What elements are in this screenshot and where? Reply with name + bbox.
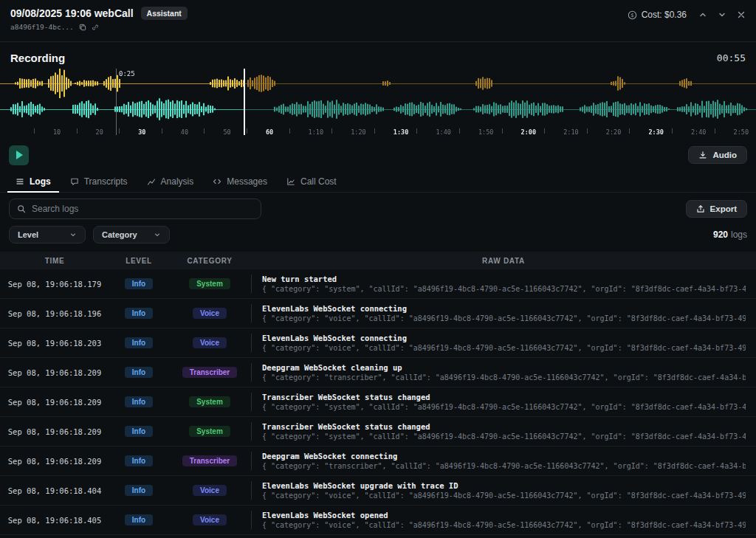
level-badge: Info [125,308,153,319]
log-json: { "category": "voice", "callId": "a8496f… [262,521,746,529]
category-badge: System [189,278,230,289]
log-row[interactable]: Sep 08, 19:06:18.405InfoVoiceElevenLabs … [0,506,756,535]
tab-analysis[interactable]: Analysis [139,172,202,193]
log-json: { "category": "transcriber", "callId": "… [262,462,746,470]
log-level: Info [109,308,168,319]
category-badge: Voice [193,337,227,348]
tick-label: 2:20 [606,128,621,136]
play-button[interactable] [9,145,29,165]
tick-label: 20 [96,128,103,136]
tick-label: 2:30 [648,128,663,136]
elapsed-time: 00:55 [717,52,746,63]
list-icon [16,177,24,186]
download-icon [698,151,707,159]
tick-mark [672,128,673,134]
cursor-time-label: 0:25 [119,70,135,77]
tick-mark [459,128,460,134]
tab-call-cost[interactable]: Call Cost [278,172,345,193]
log-raw-data: ElevenLabs WebSocket upgrade with trace … [251,481,756,500]
log-raw-data: ElevenLabs WebSocket connecting{ "catego… [251,304,756,323]
log-category: System [168,278,251,289]
log-row[interactable]: Sep 08, 19:06:18.209InfoTranscriberDeepg… [0,358,756,387]
chevron-down-icon[interactable] [718,10,726,19]
level-badge: Info [125,367,153,378]
log-message: Transcriber WebSocket status changed [262,393,430,401]
tick-label: 1:10 [309,128,323,136]
timeline-ticks: 1020304050601:101:201:301:401:502:002:10… [0,125,756,139]
tick-mark [162,128,162,134]
log-message: Deepgram WebSocket connecting [262,452,397,461]
log-category: Voice [168,308,251,319]
chat-bubble-icon [70,177,79,186]
search-input[interactable] [32,204,253,214]
tick-mark [119,128,120,134]
log-json: { "category": "voice", "callId": "a8496f… [262,344,746,352]
playhead[interactable] [244,69,245,135]
log-row[interactable]: Sep 08, 19:06:18.209InfoSystemTranscribe… [0,417,756,446]
tab-logs[interactable]: Logs [7,172,59,193]
log-row[interactable]: Sep 08, 19:06:18.209InfoTranscriberDeepg… [0,446,756,476]
log-level: Info [109,396,168,407]
audio-label: Audio [712,151,737,159]
log-row[interactable]: Sep 08, 19:06:18.404InfoVoiceElevenLabs … [0,476,756,506]
tab-transcripts[interactable]: Transcripts [62,172,136,193]
log-row[interactable]: Sep 08, 19:06:18.179InfoSystemNew turn s… [0,269,756,299]
close-icon[interactable] [737,10,746,19]
tick-mark [204,128,205,134]
log-time: Sep 08, 19:06:18.209 [0,398,109,407]
log-message: ElevenLabs WebSocket upgrade with trace … [262,481,458,490]
log-time: Sep 08, 19:06:18.209 [0,427,109,436]
log-json: { "category": "voice", "callId": "a8496f… [262,314,746,323]
chevron-up-icon[interactable] [698,10,707,19]
tick-label: 2:00 [521,128,536,136]
level-badge: Info [125,278,153,289]
recording-section: Recording 00:55 1020304050601:101:201:30… [0,42,756,172]
call-header: 09/08/2025 19:06 webCall Assistant a8496… [0,0,756,42]
log-category: Voice [168,514,251,525]
col-raw-data: RAW DATA [251,257,756,265]
log-table-header: TIME LEVEL CATEGORY RAW DATA [0,252,756,269]
audio-download-button[interactable]: Audio [688,146,747,164]
category-filter-select[interactable]: Category [93,226,170,244]
export-button[interactable]: Export [686,200,747,218]
link-icon[interactable] [92,24,99,31]
log-level: Info [109,278,168,289]
log-message: ElevenLabs WebSocket connecting [262,334,407,342]
tick-label: 10 [53,128,61,136]
log-raw-data: ElevenLabs WebSocket connecting{ "catego… [251,334,756,352]
level-badge: Info [125,396,153,407]
assistant-badge[interactable]: Assistant [141,7,188,20]
log-level: Info [109,337,168,348]
tick-label: 2:50 [734,128,749,136]
tick-mark [416,128,417,134]
level-badge: Info [125,426,153,437]
tab-messages[interactable]: Messages [205,172,275,193]
cost-chart-icon [286,177,295,186]
level-badge: Info [125,455,153,466]
tick-mark [502,128,503,134]
log-row[interactable]: Sep 08, 19:06:18.203InfoVoiceElevenLabs … [0,328,756,358]
tick-label: 50 [223,128,230,136]
log-time: Sep 08, 19:06:18.209 [0,368,109,377]
log-row[interactable]: Sep 08, 19:06:18.209InfoSystemTranscribe… [0,387,756,417]
log-time: Sep 08, 19:06:18.404 [0,486,109,495]
log-category: Transcriber [168,455,251,466]
log-row[interactable]: Sep 08, 19:06:18.196InfoVoiceElevenLabs … [0,299,756,328]
level-filter-select[interactable]: Level [9,226,86,244]
level-badge: Info [125,485,153,496]
tick-label: 2:10 [563,128,578,136]
tick-mark [289,128,290,134]
copy-icon[interactable] [79,24,86,31]
waveform[interactable]: 1020304050601:101:201:301:401:502:002:10… [0,69,756,139]
category-badge: Transcriber [182,367,237,378]
log-raw-data: Transcriber WebSocket status changed{ "c… [251,422,756,441]
waveform-canvas[interactable] [0,69,756,126]
log-message: ElevenLabs WebSocket connecting [262,304,407,313]
code-icon [213,177,221,186]
tick-label: 60 [266,128,273,136]
export-label: Export [710,204,737,213]
log-time: Sep 08, 19:06:18.209 [0,457,109,466]
level-badge: Info [125,514,153,525]
tick-mark [247,128,247,134]
chevron-down-icon [69,231,77,238]
